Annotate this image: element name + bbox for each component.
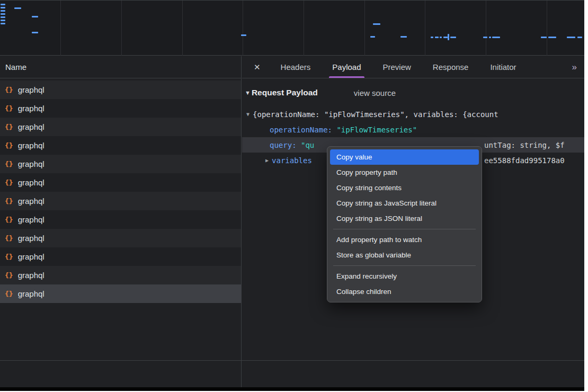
timeline-gridline bbox=[60, 1, 61, 56]
json-braces-icon: {} bbox=[5, 197, 13, 205]
request-name: graphql bbox=[18, 197, 44, 206]
network-activity-bar bbox=[241, 34, 246, 36]
collapsed-icon[interactable]: ▶ bbox=[265, 157, 269, 163]
menu-item-expand-recursively[interactable]: Expand recursively bbox=[330, 269, 479, 284]
more-tabs-icon[interactable]: » bbox=[572, 62, 576, 73]
request-row-graphql[interactable]: {}graphql bbox=[0, 173, 241, 192]
request-row-graphql[interactable]: {}graphql bbox=[0, 136, 241, 155]
network-activity-bar bbox=[1, 10, 5, 12]
tab-payload[interactable]: Payload bbox=[332, 56, 361, 78]
request-row-graphql[interactable]: {}graphql bbox=[0, 229, 241, 247]
requests-panel: Name {}graphql{}graphql{}graphql{}graphq… bbox=[0, 56, 242, 387]
menu-separator bbox=[333, 229, 476, 229]
network-activity-bar bbox=[548, 37, 556, 38]
timeline-gridline bbox=[486, 1, 486, 56]
json-braces-icon: {} bbox=[5, 123, 13, 131]
request-row-graphql[interactable]: {}graphql bbox=[0, 247, 241, 266]
request-row-graphql[interactable]: {}graphql bbox=[0, 118, 241, 136]
request-row-graphql[interactable]: {}graphql bbox=[0, 210, 241, 229]
network-activity-bar bbox=[492, 37, 500, 38]
payload-root-row[interactable]: ▼ {operationName: "ipFlowTimeseries", va… bbox=[242, 106, 584, 122]
payload-row-operationname[interactable]: operationName: "ipFlowTimeseries" bbox=[242, 122, 584, 137]
network-activity-bar bbox=[567, 37, 575, 38]
request-name: graphql bbox=[18, 104, 44, 113]
menu-item-copy-property-path[interactable]: Copy property path bbox=[330, 165, 479, 180]
name-column-header[interactable]: Name bbox=[0, 56, 241, 78]
property-value-end: ee5588fdad995178a0 bbox=[484, 156, 565, 165]
section-expand-icon[interactable]: ▼ bbox=[245, 90, 251, 96]
details-tab-bar: ✕ HeadersPayloadPreviewResponseInitiator… bbox=[242, 56, 584, 78]
network-activity-bar bbox=[32, 32, 38, 33]
network-activity-bar bbox=[1, 20, 5, 21]
network-activity-bar bbox=[1, 13, 5, 15]
property-value-start: "qu bbox=[301, 141, 314, 149]
network-activity-bar bbox=[373, 23, 380, 25]
property-key: query: bbox=[270, 141, 297, 149]
network-activity-bar bbox=[489, 37, 491, 38]
footer-divider bbox=[0, 360, 584, 361]
json-braces-icon: {} bbox=[5, 179, 13, 186]
request-name: graphql bbox=[18, 289, 44, 298]
menu-item-copy-value[interactable]: Copy value bbox=[330, 149, 479, 165]
property-value: "ipFlowTimeseries" bbox=[336, 126, 417, 134]
network-activity-bar bbox=[1, 16, 5, 18]
json-braces-icon: {} bbox=[5, 104, 13, 112]
tab-preview[interactable]: Preview bbox=[383, 56, 411, 78]
network-activity-bar bbox=[14, 7, 21, 9]
network-activity-bar bbox=[450, 37, 456, 38]
json-braces-icon: {} bbox=[5, 141, 13, 149]
timeline-gridline bbox=[547, 1, 547, 56]
section-title: Request Payload bbox=[252, 88, 318, 97]
timeline-gridline bbox=[182, 1, 183, 56]
menu-separator bbox=[333, 265, 476, 266]
menu-item-collapse-children[interactable]: Collapse children bbox=[330, 284, 479, 299]
network-activity-bar bbox=[435, 37, 439, 38]
network-activity-bar bbox=[483, 37, 487, 38]
context-menu: Copy valueCopy property pathCopy string … bbox=[327, 146, 482, 302]
request-row-graphql[interactable]: {}graphql bbox=[0, 99, 241, 118]
property-key: operationName: bbox=[270, 126, 332, 134]
json-braces-icon: {} bbox=[5, 86, 13, 94]
menu-item-copy-string-as-javascript-literal[interactable]: Copy string as JavaScript literal bbox=[330, 195, 479, 211]
tab-items: HeadersPayloadPreviewResponseInitiator bbox=[281, 56, 516, 78]
timeline-gridline bbox=[121, 1, 122, 56]
property-key: variables bbox=[272, 156, 312, 165]
network-activity-bar bbox=[431, 37, 433, 38]
menu-item-store-as-global-variable[interactable]: Store as global variable bbox=[330, 247, 479, 263]
json-braces-icon: {} bbox=[5, 234, 13, 242]
request-name: graphql bbox=[18, 234, 44, 243]
request-list: {}graphql{}graphql{}graphql{}graphql{}gr… bbox=[0, 78, 241, 303]
bottom-bar bbox=[0, 387, 584, 391]
payload-root-preview: {operationName: "ipFlowTimeseries", vari… bbox=[253, 110, 498, 119]
request-name: graphql bbox=[18, 271, 44, 280]
view-source-link[interactable]: view source bbox=[354, 88, 396, 97]
network-activity-bar bbox=[443, 37, 448, 38]
network-activity-bar bbox=[1, 7, 5, 8]
name-column-label: Name bbox=[5, 63, 26, 72]
timeline-gridline bbox=[243, 1, 243, 56]
tab-initiator[interactable]: Initiator bbox=[490, 56, 516, 78]
network-activity-bar bbox=[370, 36, 375, 38]
request-row-graphql[interactable]: {}graphql bbox=[0, 155, 241, 173]
request-name: graphql bbox=[18, 252, 44, 261]
network-overview-timeline[interactable] bbox=[0, 0, 584, 56]
timeline-gridline bbox=[304, 1, 304, 56]
close-icon[interactable]: ✕ bbox=[254, 63, 261, 72]
tab-headers[interactable]: Headers bbox=[281, 56, 311, 78]
json-braces-icon: {} bbox=[5, 271, 13, 279]
request-row-graphql[interactable]: {}graphql bbox=[0, 266, 241, 284]
timeline-gridline bbox=[364, 1, 365, 56]
menu-item-copy-string-as-json-literal[interactable]: Copy string as JSON literal bbox=[330, 211, 479, 226]
request-name: graphql bbox=[18, 178, 44, 187]
request-row-graphql[interactable]: {}graphql bbox=[0, 81, 241, 99]
request-row-graphql[interactable]: {}graphql bbox=[0, 192, 241, 210]
expand-icon[interactable]: ▼ bbox=[246, 111, 250, 117]
menu-item-copy-string-contents[interactable]: Copy string contents bbox=[330, 180, 479, 195]
request-row-graphql[interactable]: {}graphql bbox=[0, 284, 241, 303]
network-activity-bar bbox=[1, 23, 5, 24]
network-activity-bar bbox=[541, 37, 547, 38]
devtools-window: Name {}graphql{}graphql{}graphql{}graphq… bbox=[0, 0, 584, 391]
menu-item-add-property-path-to-watch[interactable]: Add property path to watch bbox=[330, 232, 479, 247]
tab-response[interactable]: Response bbox=[433, 56, 469, 78]
network-activity-bar bbox=[400, 36, 407, 38]
